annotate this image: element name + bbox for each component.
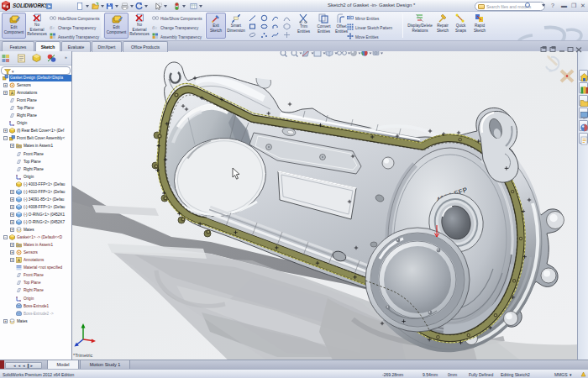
svg-text:*Trimetric: *Trimetric bbox=[73, 353, 93, 358]
svg-text:x: x bbox=[155, 25, 158, 30]
svg-text:x: x bbox=[52, 25, 55, 30]
